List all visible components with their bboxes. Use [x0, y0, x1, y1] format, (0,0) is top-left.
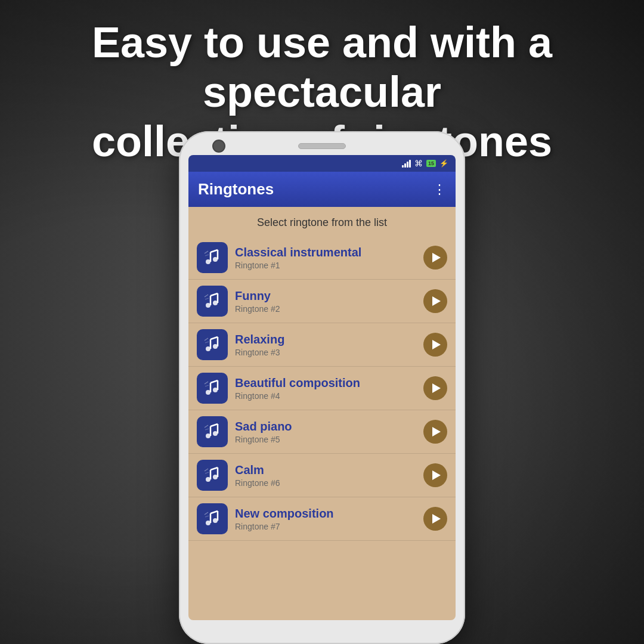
phone-body: ⌘ 15 ⚡ Ringtones ⋮ Select ringtone from …	[179, 131, 465, 644]
phone-mockup: ⌘ 15 ⚡ Ringtones ⋮ Select ringtone from …	[179, 131, 465, 644]
ringtone-item[interactable]: Funny Ringtone #2	[188, 280, 456, 323]
charging-icon: ⚡	[439, 159, 448, 168]
ringtone-icon	[197, 286, 228, 317]
ringtone-name: Beautiful composition	[235, 376, 416, 390]
ringtone-item[interactable]: Sad piano Ringtone #5	[188, 410, 456, 454]
ringtone-name: Relaxing	[235, 333, 416, 346]
svg-line-46	[210, 511, 218, 513]
svg-line-39	[210, 467, 218, 470]
svg-line-20	[205, 342, 209, 343]
speaker-grille	[298, 143, 346, 149]
play-button[interactable]	[423, 463, 447, 487]
play-button[interactable]	[423, 246, 447, 270]
ringtone-name: Funny	[235, 289, 416, 303]
play-button[interactable]	[423, 333, 447, 357]
ringtone-name: Calm	[235, 463, 416, 477]
signal-bar-2	[404, 163, 406, 168]
svg-line-34	[205, 429, 209, 430]
ringtone-info: Classical instrumental Ringtone #1	[235, 246, 416, 270]
play-button[interactable]	[423, 420, 447, 444]
app-header: Ringtones ⋮	[188, 172, 456, 207]
ringtone-info: Beautiful composition Ringtone #4	[235, 376, 416, 401]
list-subtitle: Select ringtone from the list	[188, 207, 456, 236]
svg-line-25	[210, 380, 218, 383]
ringtone-item[interactable]: New composition Ringtone #7	[188, 497, 456, 541]
ringtone-number: Ringtone #5	[235, 435, 416, 444]
ringtone-icon	[197, 329, 228, 360]
menu-button[interactable]: ⋮	[433, 182, 446, 197]
svg-line-26	[205, 382, 208, 384]
ringtone-info: Calm Ringtone #6	[235, 463, 416, 488]
svg-line-41	[205, 472, 209, 473]
signal-bar-3	[407, 162, 408, 168]
phone-bottom	[188, 620, 456, 632]
wifi-icon: ⌘	[414, 159, 423, 168]
ringtone-name: New composition	[235, 507, 416, 521]
content-area: Select ringtone from the list Class	[188, 207, 456, 620]
ringtone-info: Sad piano Ringtone #5	[235, 420, 416, 444]
ringtone-number: Ringtone #4	[235, 391, 416, 401]
ringtone-icon	[197, 503, 228, 534]
svg-line-47	[205, 512, 208, 515]
battery-indicator: 15	[426, 160, 436, 167]
play-button[interactable]	[423, 289, 447, 313]
ringtone-number: Ringtone #3	[235, 348, 416, 357]
ringtone-item[interactable]: Beautiful composition Ringtone #4	[188, 367, 456, 410]
svg-line-33	[205, 425, 208, 428]
ringtone-info: Funny Ringtone #2	[235, 289, 416, 314]
ringtone-info: Relaxing Ringtone #3	[235, 333, 416, 357]
phone-screen: ⌘ 15 ⚡ Ringtones ⋮ Select ringtone from …	[188, 155, 456, 620]
svg-line-11	[210, 293, 218, 296]
ringtone-number: Ringtone #2	[235, 304, 416, 314]
ringtone-number: Ringtone #1	[235, 261, 416, 270]
ringtone-icon	[197, 373, 228, 404]
ringtone-name: Sad piano	[235, 420, 416, 434]
svg-line-4	[210, 250, 218, 252]
ringtone-item[interactable]: Classical instrumental Ringtone #1	[188, 236, 456, 280]
ringtone-number: Ringtone #6	[235, 478, 416, 488]
ringtone-item[interactable]: Relaxing Ringtone #3	[188, 323, 456, 367]
svg-line-32	[210, 424, 218, 426]
status-bar: ⌘ 15 ⚡	[188, 155, 456, 172]
svg-line-12	[205, 295, 208, 297]
play-button[interactable]	[423, 507, 447, 531]
signal-bars	[402, 160, 411, 168]
ringtone-number: Ringtone #7	[235, 522, 416, 531]
signal-bar-1	[402, 165, 404, 168]
ringtone-list: Classical instrumental Ringtone #1	[188, 236, 456, 541]
phone-top	[188, 143, 456, 149]
svg-line-19	[205, 338, 208, 340]
svg-line-5	[205, 251, 208, 253]
svg-line-27	[205, 385, 209, 386]
camera-icon	[212, 140, 225, 153]
svg-line-48	[205, 516, 209, 517]
play-button[interactable]	[423, 376, 447, 400]
svg-line-18	[210, 337, 218, 339]
ringtone-icon	[197, 242, 228, 273]
ringtone-icon	[197, 416, 228, 447]
app-title: Ringtones	[198, 180, 274, 199]
signal-bar-4	[409, 160, 411, 168]
svg-line-13	[205, 298, 209, 299]
svg-line-6	[205, 255, 209, 256]
svg-line-40	[205, 469, 208, 471]
ringtone-item[interactable]: Calm Ringtone #6	[188, 454, 456, 497]
ringtone-name: Classical instrumental	[235, 246, 416, 259]
ringtone-icon	[197, 460, 228, 491]
ringtone-info: New composition Ringtone #7	[235, 507, 416, 531]
